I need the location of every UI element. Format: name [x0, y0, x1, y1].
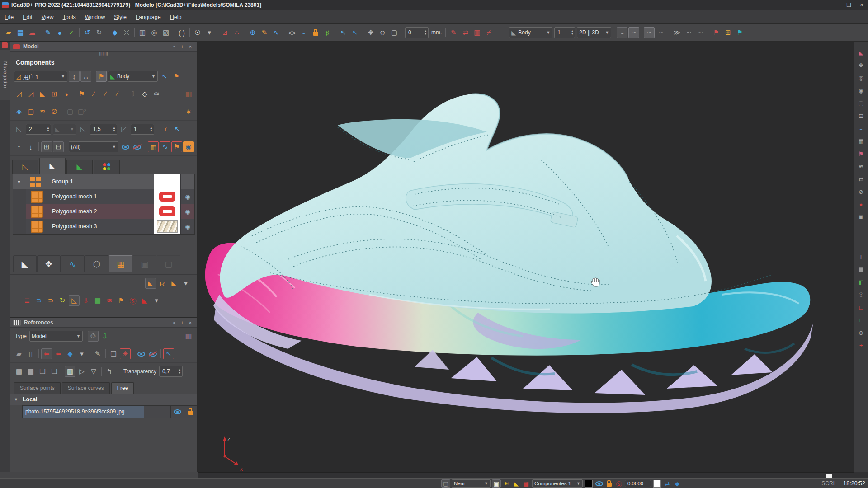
export-shoe-icon[interactable]: ⇩ [80, 295, 91, 306]
open-file-icon[interactable]: ▰ [3, 27, 14, 38]
spinner-arrows-icon[interactable]: ▲▼ [178, 369, 181, 374]
box-diamond-icon[interactable]: ◈ [14, 106, 24, 117]
stacked-shoes-icon[interactable]: ≣ [22, 295, 33, 306]
right-tool-add[interactable]: + [856, 340, 866, 350]
arrow-orange-icon[interactable]: ⊃ [45, 295, 56, 306]
sphere-render-icon[interactable]: ● [54, 27, 65, 38]
grid-add-icon[interactable]: ⊞ [49, 89, 60, 99]
viewport-3d[interactable]: z x [198, 42, 854, 472]
tab-surface-points[interactable]: Surface points [14, 382, 61, 394]
horizontal-scroll-strip[interactable] [198, 472, 854, 479]
menu-item-window[interactable]: Window [80, 11, 109, 23]
lamp-dropdown[interactable]: ▾ [76, 348, 87, 359]
red-swap-icon[interactable]: ⇄ [460, 27, 471, 38]
tree-row[interactable]: Polygonal mesh 2◉ [13, 204, 194, 219]
right-tool-mirror[interactable]: ⇄ [856, 174, 866, 184]
shoe-a-icon[interactable]: ◣ [169, 278, 179, 289]
reference-file-lock-button[interactable] [184, 406, 197, 418]
cycle-icon[interactable]: ↻ [57, 295, 68, 306]
model-pin-button[interactable]: + [178, 43, 186, 50]
model-panel-grip[interactable]: ⣿⣿⣿ [10, 52, 197, 56]
mesh-eraser-icon[interactable]: ◇ [139, 89, 150, 99]
light-dropdown[interactable]: ▾ [204, 27, 215, 38]
right-tool-grid[interactable]: ▦ [856, 136, 866, 146]
play-clip-icon[interactable]: ▷ [76, 366, 87, 377]
right-tool-zoom[interactable]: ◉ [856, 85, 866, 95]
tree-row[interactable]: Polygonal mesh 1◉ [13, 189, 194, 204]
image-group-icon[interactable]: ❑ [49, 366, 60, 377]
layers-yellow-icon[interactable]: ≋ [502, 479, 511, 488]
show-all-icon[interactable] [120, 141, 131, 152]
spinner-arrows-icon[interactable]: ▲▼ [150, 127, 153, 132]
component-grid-icon[interactable]: ◣ [37, 89, 48, 99]
right-tool-material[interactable]: ◧ [856, 277, 866, 287]
mode-hexagon-button[interactable]: ⬡ [85, 255, 108, 272]
palette-shoe-icon[interactable]: ▦ [92, 295, 103, 306]
lamp-status-icon[interactable]: ◆ [673, 479, 682, 488]
refs-restore-button[interactable]: ▫ [170, 319, 178, 326]
curve-filter-icon[interactable]: ∿ [160, 141, 170, 152]
new-component-icon[interactable]: ◿ [14, 89, 24, 99]
tab-shoe-solid[interactable]: ◣ [39, 158, 66, 174]
funnel-icon[interactable]: ▽ [88, 366, 99, 377]
photo-edit-icon[interactable]: ✎ [92, 348, 103, 359]
right-tool-view[interactable]: ◒ [856, 123, 866, 133]
mode-2d3d-combo[interactable]: 2D || 3D▼ [577, 27, 611, 38]
flow-curve2-icon[interactable]: ∼ [695, 27, 706, 38]
spinner-arrows-icon[interactable]: ▲▼ [113, 127, 116, 132]
components-combo[interactable]: Componentes 1▼ [532, 479, 583, 488]
add-grid-icon[interactable]: ⊞ [722, 27, 733, 38]
panel-list-icon[interactable]: ▥ [183, 331, 194, 342]
status-shoe-s-icon[interactable]: Ⓢ [614, 479, 623, 488]
type-combo[interactable]: Model▼ [29, 331, 83, 342]
flow-next-icon[interactable]: ≫ [671, 27, 682, 38]
paste-icon[interactable]: ▧ [160, 27, 171, 38]
crop-box-icon[interactable]: ▢ [389, 27, 400, 38]
import-reference-icon[interactable]: ⇩ [99, 331, 110, 342]
reference-one-icon[interactable]: ▯ [25, 348, 36, 359]
menu-item-language[interactable]: Language [131, 11, 165, 23]
lasso-icon[interactable]: Ω [377, 27, 388, 38]
last-view-3-icon[interactable]: ∽ [644, 27, 655, 38]
right-tool-layers[interactable]: ≋ [856, 161, 866, 171]
add-part-icon[interactable]: ⚑ [711, 27, 722, 38]
fit-vertical-icon[interactable]: ↕ [69, 71, 80, 82]
references-panel-titlebar[interactable]: References ▫+× [10, 318, 197, 328]
shoe-paint-icon[interactable]: ◣ [512, 479, 521, 488]
mode-cylinder-button[interactable]: ▢ [157, 255, 180, 272]
image-remove-icon[interactable]: ▤ [25, 366, 36, 377]
filter-combo[interactable]: (All)▼ [69, 141, 118, 152]
move-down-icon[interactable]: ↓ [25, 141, 36, 152]
count-spinner[interactable]: 1▲▼ [554, 27, 575, 38]
flag-filter-icon[interactable]: ⚑ [171, 141, 182, 152]
scroll-thumb[interactable] [826, 474, 832, 478]
mode-shoe-list-button[interactable]: ◣ [13, 255, 37, 272]
assign-left2-icon[interactable]: ⇐ [53, 348, 64, 359]
menu-item-view[interactable]: View [37, 11, 58, 23]
param-1-spinner[interactable]: 2▲▼ [26, 124, 51, 135]
eraser-icon[interactable]: ◆ [109, 27, 120, 38]
break-icon[interactable]: ⤫ [121, 27, 132, 38]
move-icon[interactable]: ✥ [365, 27, 376, 38]
image-stack-icon[interactable]: ❏ [37, 366, 48, 377]
maximize-button[interactable]: ❒ [843, 0, 855, 9]
collapse-all-icon[interactable]: ⊟ [53, 141, 64, 152]
navigator-tab[interactable]: Navegador [0, 50, 11, 100]
row-right-dropdown[interactable]: ▾ [180, 278, 191, 289]
light-add-icon[interactable]: ☉ [192, 27, 203, 38]
refs-pin-button[interactable]: + [178, 319, 186, 326]
status-eye-icon[interactable] [594, 479, 604, 488]
right-tool-section[interactable]: ⊘ [856, 187, 866, 197]
local-section-header[interactable]: ▼ Local [10, 394, 197, 405]
image-add-icon[interactable]: ▤ [14, 366, 24, 377]
fit-horizontal-icon[interactable]: ↔ [80, 71, 91, 82]
right-tool-record[interactable]: ● [856, 199, 866, 209]
add-flag-teal-icon[interactable]: ⚑ [734, 27, 745, 38]
tree-row[interactable]: Polygonal mesh 3◉ [13, 219, 194, 234]
box-gray-icon[interactable]: ▢ [65, 106, 75, 117]
right-tool-axis-l[interactable]: ∟ [856, 302, 866, 312]
last-view-1-icon[interactable]: ⌣ [617, 27, 627, 38]
material-preview-button[interactable] [154, 204, 180, 219]
menu-item-tools[interactable]: Tools [58, 11, 80, 23]
barcode-icon[interactable]: ▥ [65, 366, 75, 377]
